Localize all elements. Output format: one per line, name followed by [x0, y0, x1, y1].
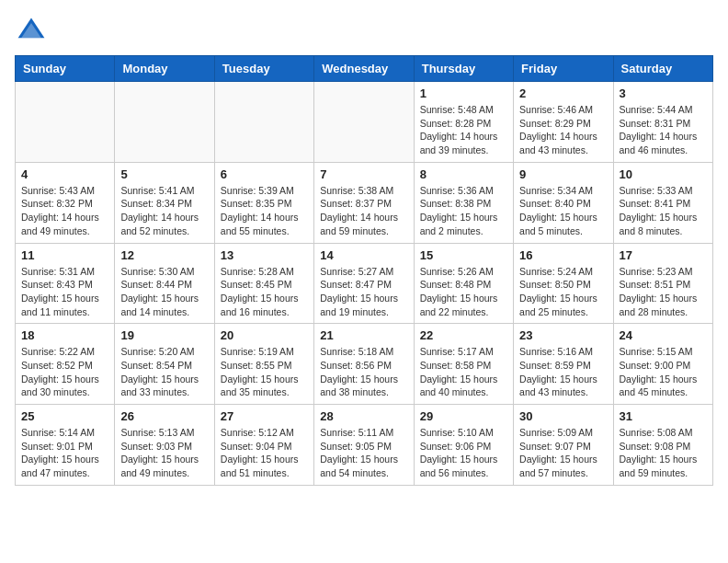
calendar-cell: 1Sunrise: 5:48 AMSunset: 8:28 PMDaylight…: [414, 82, 513, 163]
day-info: Sunrise: 5:13 AMSunset: 9:03 PMDaylight:…: [120, 426, 208, 480]
calendar-cell: [214, 82, 313, 163]
day-number: 2: [519, 86, 607, 100]
day-info: Sunrise: 5:10 AMSunset: 9:06 PMDaylight:…: [420, 426, 507, 480]
calendar-cell: 2Sunrise: 5:46 AMSunset: 8:29 PMDaylight…: [514, 82, 613, 163]
weekday-header-row: SundayMondayTuesdayWednesdayThursdayFrid…: [16, 56, 713, 82]
day-number: 18: [21, 328, 108, 342]
day-info: Sunrise: 5:46 AMSunset: 8:29 PMDaylight:…: [519, 103, 607, 157]
day-number: 24: [620, 328, 707, 342]
day-number: 23: [519, 328, 607, 342]
day-number: 21: [320, 328, 407, 342]
calendar-cell: 23Sunrise: 5:16 AMSunset: 8:59 PMDayligh…: [514, 324, 613, 405]
calendar-week-1: 1Sunrise: 5:48 AMSunset: 8:28 PMDaylight…: [16, 82, 713, 163]
calendar-cell: [314, 82, 414, 163]
logo: [15, 15, 51, 48]
day-number: 26: [120, 409, 208, 423]
calendar-cell: 11Sunrise: 5:31 AMSunset: 8:43 PMDayligh…: [16, 243, 115, 324]
day-info: Sunrise: 5:15 AMSunset: 9:00 PMDaylight:…: [620, 345, 707, 399]
day-info: Sunrise: 5:44 AMSunset: 8:31 PMDaylight:…: [620, 103, 707, 157]
calendar-cell: 14Sunrise: 5:27 AMSunset: 8:47 PMDayligh…: [314, 243, 414, 324]
logo-icon: [15, 15, 48, 48]
day-info: Sunrise: 5:28 AMSunset: 8:45 PMDaylight:…: [221, 265, 308, 319]
day-number: 14: [320, 248, 407, 262]
day-number: 25: [21, 409, 108, 423]
calendar-cell: 20Sunrise: 5:19 AMSunset: 8:55 PMDayligh…: [214, 324, 313, 405]
day-info: Sunrise: 5:38 AMSunset: 8:37 PMDaylight:…: [320, 184, 407, 238]
day-number: 22: [420, 328, 507, 342]
weekday-header-thursday: Thursday: [414, 56, 513, 82]
calendar-week-5: 25Sunrise: 5:14 AMSunset: 9:01 PMDayligh…: [16, 405, 713, 486]
day-info: Sunrise: 5:27 AMSunset: 8:47 PMDaylight:…: [320, 265, 407, 319]
day-number: 3: [620, 86, 707, 100]
calendar-cell: 22Sunrise: 5:17 AMSunset: 8:58 PMDayligh…: [414, 324, 513, 405]
calendar-cell: 16Sunrise: 5:24 AMSunset: 8:50 PMDayligh…: [514, 243, 613, 324]
day-info: Sunrise: 5:24 AMSunset: 8:50 PMDaylight:…: [519, 265, 607, 319]
calendar-cell: 4Sunrise: 5:43 AMSunset: 8:32 PMDaylight…: [16, 162, 115, 243]
calendar-cell: 24Sunrise: 5:15 AMSunset: 9:00 PMDayligh…: [613, 324, 712, 405]
day-number: 29: [420, 409, 507, 423]
day-number: 30: [519, 409, 607, 423]
day-number: 12: [120, 248, 208, 262]
day-number: 6: [221, 167, 308, 181]
day-info: Sunrise: 5:08 AMSunset: 9:08 PMDaylight:…: [620, 426, 707, 480]
day-number: 13: [221, 248, 308, 262]
day-number: 19: [120, 328, 208, 342]
calendar-cell: 8Sunrise: 5:36 AMSunset: 8:38 PMDaylight…: [414, 162, 513, 243]
weekday-header-sunday: Sunday: [16, 56, 115, 82]
day-info: Sunrise: 5:33 AMSunset: 8:41 PMDaylight:…: [620, 184, 707, 238]
day-number: 28: [320, 409, 407, 423]
calendar-cell: 19Sunrise: 5:20 AMSunset: 8:54 PMDayligh…: [115, 324, 214, 405]
calendar-cell: 15Sunrise: 5:26 AMSunset: 8:48 PMDayligh…: [414, 243, 513, 324]
day-info: Sunrise: 5:19 AMSunset: 8:55 PMDaylight:…: [221, 345, 308, 399]
calendar-cell: 17Sunrise: 5:23 AMSunset: 8:51 PMDayligh…: [613, 243, 712, 324]
weekday-header-saturday: Saturday: [613, 56, 712, 82]
day-number: 16: [519, 248, 607, 262]
calendar-cell: 27Sunrise: 5:12 AMSunset: 9:04 PMDayligh…: [214, 405, 313, 486]
page-header: [15, 15, 713, 48]
day-info: Sunrise: 5:09 AMSunset: 9:07 PMDaylight:…: [519, 426, 607, 480]
day-info: Sunrise: 5:30 AMSunset: 8:44 PMDaylight:…: [120, 265, 208, 319]
calendar-cell: 12Sunrise: 5:30 AMSunset: 8:44 PMDayligh…: [115, 243, 214, 324]
calendar-cell: 6Sunrise: 5:39 AMSunset: 8:35 PMDaylight…: [214, 162, 313, 243]
calendar-cell: 21Sunrise: 5:18 AMSunset: 8:56 PMDayligh…: [314, 324, 414, 405]
day-number: 27: [221, 409, 308, 423]
day-info: Sunrise: 5:16 AMSunset: 8:59 PMDaylight:…: [519, 345, 607, 399]
calendar-cell: 13Sunrise: 5:28 AMSunset: 8:45 PMDayligh…: [214, 243, 313, 324]
calendar-body: 1Sunrise: 5:48 AMSunset: 8:28 PMDaylight…: [16, 82, 713, 486]
day-number: 5: [120, 167, 208, 181]
day-number: 8: [420, 167, 507, 181]
day-info: Sunrise: 5:36 AMSunset: 8:38 PMDaylight:…: [420, 184, 507, 238]
weekday-header-wednesday: Wednesday: [314, 56, 414, 82]
calendar-cell: 29Sunrise: 5:10 AMSunset: 9:06 PMDayligh…: [414, 405, 513, 486]
day-info: Sunrise: 5:26 AMSunset: 8:48 PMDaylight:…: [420, 265, 507, 319]
calendar-cell: 9Sunrise: 5:34 AMSunset: 8:40 PMDaylight…: [514, 162, 613, 243]
weekday-header-tuesday: Tuesday: [214, 56, 313, 82]
calendar-cell: 28Sunrise: 5:11 AMSunset: 9:05 PMDayligh…: [314, 405, 414, 486]
day-info: Sunrise: 5:14 AMSunset: 9:01 PMDaylight:…: [21, 426, 108, 480]
day-number: 1: [420, 86, 507, 100]
calendar-cell: 3Sunrise: 5:44 AMSunset: 8:31 PMDaylight…: [613, 82, 712, 163]
calendar-cell: [115, 82, 214, 163]
calendar-cell: 25Sunrise: 5:14 AMSunset: 9:01 PMDayligh…: [16, 405, 115, 486]
day-info: Sunrise: 5:20 AMSunset: 8:54 PMDaylight:…: [120, 345, 208, 399]
day-info: Sunrise: 5:41 AMSunset: 8:34 PMDaylight:…: [120, 184, 208, 238]
day-number: 20: [221, 328, 308, 342]
calendar-cell: 30Sunrise: 5:09 AMSunset: 9:07 PMDayligh…: [514, 405, 613, 486]
calendar: SundayMondayTuesdayWednesdayThursdayFrid…: [15, 55, 713, 486]
weekday-header-monday: Monday: [115, 56, 214, 82]
calendar-cell: 31Sunrise: 5:08 AMSunset: 9:08 PMDayligh…: [613, 405, 712, 486]
calendar-cell: 7Sunrise: 5:38 AMSunset: 8:37 PMDaylight…: [314, 162, 414, 243]
calendar-cell: 5Sunrise: 5:41 AMSunset: 8:34 PMDaylight…: [115, 162, 214, 243]
day-number: 31: [620, 409, 707, 423]
calendar-week-2: 4Sunrise: 5:43 AMSunset: 8:32 PMDaylight…: [16, 162, 713, 243]
day-info: Sunrise: 5:39 AMSunset: 8:35 PMDaylight:…: [221, 184, 308, 238]
day-info: Sunrise: 5:22 AMSunset: 8:52 PMDaylight:…: [21, 345, 108, 399]
day-number: 10: [620, 167, 707, 181]
day-number: 11: [21, 248, 108, 262]
day-info: Sunrise: 5:17 AMSunset: 8:58 PMDaylight:…: [420, 345, 507, 399]
calendar-cell: [16, 82, 115, 163]
day-info: Sunrise: 5:34 AMSunset: 8:40 PMDaylight:…: [519, 184, 607, 238]
day-number: 15: [420, 248, 507, 262]
day-info: Sunrise: 5:31 AMSunset: 8:43 PMDaylight:…: [21, 265, 108, 319]
day-number: 9: [519, 167, 607, 181]
